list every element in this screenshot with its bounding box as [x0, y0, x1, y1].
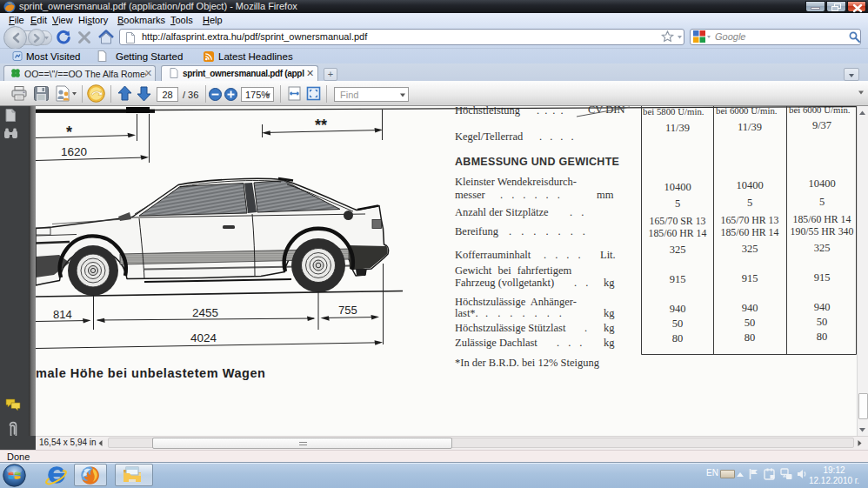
- svg-text:kg: kg: [604, 307, 615, 319]
- svg-text:kg: kg: [604, 322, 615, 334]
- svg-text:Höchstzulässige Stützlast: Höchstzulässige Stützlast: [455, 322, 566, 334]
- svg-text:..: ..: [570, 206, 592, 218]
- svg-text:Bereifung: Bereifung: [455, 225, 499, 237]
- svg-text:*In der B.R.D. bei 12% Steigun: *In der B.R.D. bei 12% Steigung: [455, 357, 600, 369]
- svg-text:male Höhe bei unbelastetem Wag: male Höhe bei unbelastetem Wagen: [36, 366, 265, 380]
- svg-text:.......: .......: [485, 307, 571, 319]
- svg-text:165/70 SR 13: 165/70 SR 13: [650, 215, 706, 227]
- svg-text:915: 915: [670, 273, 686, 285]
- svg-text:5: 5: [675, 197, 680, 210]
- svg-text:1620: 1620: [61, 145, 87, 158]
- svg-text:165/70 HR 13: 165/70 HR 13: [721, 214, 779, 226]
- svg-text:755: 755: [338, 304, 357, 317]
- svg-text:185/60 HR 14: 185/60 HR 14: [793, 213, 851, 225]
- svg-text:last*.: last*.: [455, 307, 478, 319]
- svg-text:9/37: 9/37: [812, 119, 831, 131]
- svg-text:....: ....: [544, 249, 590, 261]
- svg-text:325: 325: [670, 244, 686, 256]
- svg-text:kg: kg: [604, 277, 615, 289]
- svg-text:Kofferrauminhalt: Kofferrauminhalt: [455, 249, 531, 261]
- svg-text:ABMESSUNG UND GEWICHTE: ABMESSUNG UND GEWICHTE: [455, 156, 619, 168]
- svg-text:Gewicht bei fahrfertigem: Gewicht bei fahrfertigem: [455, 264, 572, 277]
- svg-text:50: 50: [817, 316, 828, 328]
- svg-text:80: 80: [744, 331, 756, 344]
- svg-text:Höchstleistung: Höchstleistung: [455, 106, 521, 117]
- svg-text:10400: 10400: [808, 177, 835, 190]
- svg-text:messer: messer: [455, 189, 486, 201]
- svg-text:Zulässige Dachlast: Zulässige Dachlast: [455, 337, 537, 349]
- svg-text:5: 5: [747, 197, 752, 209]
- svg-text:...: ...: [557, 337, 591, 349]
- svg-text:4024: 4024: [190, 331, 217, 344]
- svg-text:940: 940: [814, 301, 831, 313]
- svg-text:11/39: 11/39: [665, 122, 690, 134]
- svg-text:..: ..: [574, 277, 597, 289]
- svg-text:Kleinster Wendekreisdurch-: Kleinster Wendekreisdurch-: [455, 176, 577, 188]
- svg-text:11/39: 11/39: [738, 121, 762, 133]
- svg-text:Höchstzulässige Anhänger-: Höchstzulässige Anhänger-: [455, 296, 577, 308]
- svg-text:185/60 HR 14: 185/60 HR 14: [649, 227, 707, 239]
- svg-text:bei 6000 U/min.: bei 6000 U/min.: [716, 106, 777, 116]
- svg-text:814: 814: [53, 308, 72, 321]
- svg-text:Fahrzeug (vollgetankt): Fahrzeug (vollgetankt): [455, 277, 554, 289]
- svg-text:kg: kg: [604, 337, 615, 349]
- svg-text:Kegel/Tellerrad: Kegel/Tellerrad: [455, 130, 524, 143]
- svg-text:5: 5: [819, 196, 825, 208]
- svg-text:185/60 HR 14: 185/60 HR 14: [721, 226, 779, 238]
- svg-text:80: 80: [817, 331, 828, 343]
- svg-text:50: 50: [744, 317, 756, 329]
- svg-text:2455: 2455: [192, 306, 218, 319]
- svg-text:10400: 10400: [664, 181, 691, 193]
- svg-text:bei 5800 U/min.: bei 5800 U/min.: [643, 106, 704, 117]
- svg-text:940: 940: [742, 302, 758, 314]
- svg-text:940: 940: [670, 303, 686, 315]
- svg-text:50: 50: [672, 318, 684, 330]
- svg-text:bei 6000 U/min.: bei 6000 U/min.: [789, 106, 850, 115]
- svg-text:......: ......: [500, 189, 569, 201]
- svg-text:.......: .......: [509, 225, 595, 237]
- svg-text:*: *: [66, 124, 72, 141]
- svg-text:10400: 10400: [736, 179, 763, 191]
- svg-text:915: 915: [814, 271, 831, 284]
- svg-text:mm: mm: [597, 189, 614, 201]
- svg-text:80: 80: [672, 332, 684, 344]
- svg-text:190/55 HR 340: 190/55 HR 340: [791, 225, 854, 237]
- svg-text:....: ....: [537, 106, 569, 117]
- svg-text:....: ....: [539, 130, 582, 143]
- svg-text:325: 325: [742, 243, 758, 255]
- svg-text:Lit.: Lit.: [600, 249, 616, 261]
- svg-text:Anzahl der Sitzplätze: Anzahl der Sitzplätze: [455, 206, 549, 218]
- svg-text:325: 325: [814, 242, 831, 254]
- svg-text:915: 915: [742, 272, 758, 284]
- svg-text:.: .: [584, 322, 587, 334]
